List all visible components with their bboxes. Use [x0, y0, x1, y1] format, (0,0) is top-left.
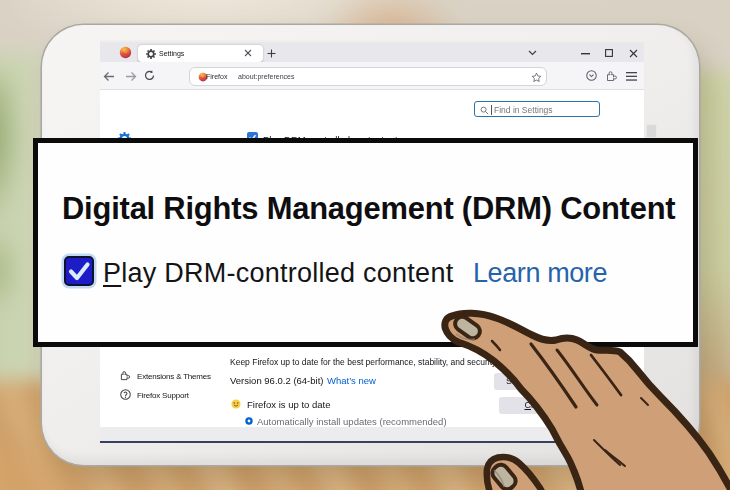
extensions-themes-icon: [120, 370, 131, 381]
learn-more-link[interactable]: Learn more: [473, 258, 607, 289]
reload-icon[interactable]: [144, 70, 155, 81]
find-in-settings-box[interactable]: Find in Settings: [474, 101, 600, 117]
whats-new-link[interactable]: What’s new: [327, 375, 376, 386]
text-caret: [491, 105, 492, 115]
pointing-hand-illustration: [425, 295, 730, 490]
gear-icon: [146, 49, 156, 59]
tabs-chevron-icon[interactable]: [528, 50, 537, 56]
firefox-support-icon: [120, 389, 131, 400]
url-chip-label: Firefox: [206, 73, 227, 80]
updates-radio-label: Automatically install updates (recommend…: [257, 416, 447, 427]
search-placeholder: Find in Settings: [494, 105, 553, 115]
pocket-icon[interactable]: [586, 70, 597, 81]
firefox-logo-icon: [119, 46, 132, 59]
browser-tab-bar: Settings: [100, 40, 644, 62]
window-minimize-icon[interactable]: [581, 53, 590, 55]
smiley-status-icon: [231, 399, 241, 409]
hamburger-menu-icon[interactable]: [626, 72, 637, 81]
scrollbar-thumb[interactable]: [646, 124, 657, 138]
radio-selected-icon[interactable]: [245, 417, 253, 425]
bookmark-star-icon[interactable]: [531, 72, 542, 83]
sidebar-item-firefox-support[interactable]: Firefox Support: [137, 391, 189, 400]
drm-checkbox-label: Play DRM-controlled content: [103, 258, 453, 289]
tab-close-icon[interactable]: [244, 49, 252, 57]
drm-checkbox-checked[interactable]: [64, 256, 94, 286]
settings-tab[interactable]: Settings: [138, 45, 263, 63]
callout-heading: Digital Rights Management (DRM) Content: [62, 191, 675, 227]
window-maximize-icon[interactable]: [605, 49, 613, 57]
url-bar[interactable]: Firefox about:preferences: [189, 67, 547, 86]
new-tab-icon[interactable]: [267, 49, 276, 58]
window-close-icon[interactable]: [629, 49, 638, 58]
checkmark-icon: [66, 258, 92, 284]
search-icon: [480, 106, 489, 115]
back-arrow-icon[interactable]: [103, 71, 115, 82]
forward-arrow-icon[interactable]: [125, 71, 137, 82]
update-status-text: Firefox is up to date: [247, 399, 330, 410]
extensions-puzzle-icon[interactable]: [606, 70, 618, 82]
plant-blur: [0, 76, 24, 226]
updates-version: Version 96.0.2 (64-bit): [230, 375, 323, 386]
url-text: about:preferences: [238, 73, 294, 80]
illustration-stage: Settings Firefox about:preferences: [0, 0, 730, 490]
tab-title: Settings: [159, 50, 184, 57]
browser-nav-bar: Firefox about:preferences: [100, 62, 644, 90]
sidebar-item-extensions-themes[interactable]: Extensions & Themes: [137, 372, 211, 381]
